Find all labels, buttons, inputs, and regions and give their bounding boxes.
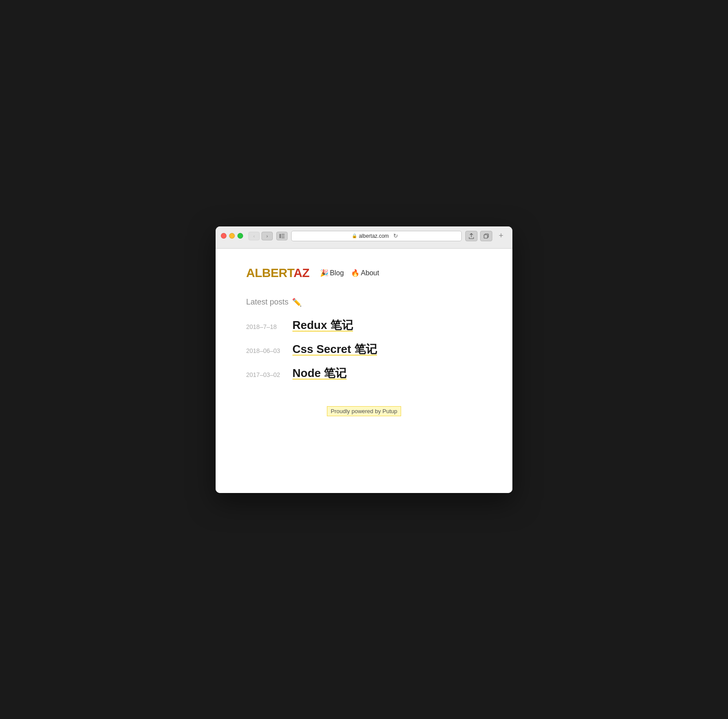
back-button[interactable]: ‹: [248, 232, 260, 240]
page-content: ALBERTAZ 🎉 Blog 🔥 About Latest posts ✏️ …: [216, 249, 512, 493]
address-bar[interactable]: 🔒 albertaz.com ↻: [291, 231, 462, 241]
logo-albert: ALBERT: [246, 266, 293, 280]
sidebar-button[interactable]: [276, 232, 288, 240]
share-button[interactable]: [465, 231, 477, 241]
section-title: Latest posts ✏️: [246, 298, 482, 307]
list-item: 2018–06–03 Css Secret 笔记: [246, 342, 482, 357]
post-date-2: 2018–06–03: [246, 347, 285, 354]
pencil-icon: ✏️: [292, 298, 302, 307]
url-text: albertaz.com: [359, 233, 389, 239]
site-header: ALBERTAZ 🎉 Blog 🔥 About: [246, 266, 482, 280]
post-title-3[interactable]: Node 笔记: [292, 366, 347, 381]
new-tab-button[interactable]: +: [495, 231, 507, 241]
nav-links: 🎉 Blog 🔥 About: [320, 269, 379, 277]
browser-actions: +: [465, 231, 507, 241]
list-item: 2017–03–02 Node 笔记: [246, 366, 482, 381]
footer: Proudly powered by Putup: [246, 407, 482, 415]
post-date-1: 2018–7–18: [246, 323, 285, 330]
svg-rect-0: [279, 234, 281, 238]
about-label: About: [361, 269, 379, 277]
posts-list: 2018–7–18 Redux 笔记 2018–06–03 Css Secret…: [246, 318, 482, 381]
duplicate-button[interactable]: [480, 231, 492, 241]
close-button[interactable]: [221, 233, 227, 239]
svg-rect-1: [282, 234, 285, 235]
blog-icon: 🎉: [320, 269, 329, 277]
browser-chrome: ‹ › 🔒 albertaz.com ↻: [216, 226, 512, 249]
forward-button[interactable]: ›: [261, 232, 273, 240]
post-title-2[interactable]: Css Secret 笔记: [292, 342, 377, 357]
minimize-button[interactable]: [229, 233, 235, 239]
site-logo[interactable]: ALBERTAZ: [246, 266, 309, 280]
fire-icon: 🔥: [351, 269, 360, 277]
svg-rect-4: [484, 235, 488, 238]
section-title-text: Latest posts: [246, 298, 288, 307]
browser-window: ‹ › 🔒 albertaz.com ↻: [216, 226, 512, 493]
svg-rect-2: [282, 236, 285, 236]
footer-link[interactable]: Proudly powered by Putup: [327, 406, 401, 416]
traffic-lights: [221, 233, 243, 239]
lock-icon: 🔒: [352, 233, 357, 238]
logo-az: AZ: [293, 266, 309, 280]
reload-button[interactable]: ↻: [391, 231, 401, 241]
post-date-3: 2017–03–02: [246, 371, 285, 378]
svg-rect-3: [282, 237, 285, 238]
blog-label: Blog: [330, 269, 344, 277]
nav-buttons: ‹ ›: [248, 232, 273, 240]
list-item: 2018–7–18 Redux 笔记: [246, 318, 482, 333]
fullscreen-button[interactable]: [237, 233, 243, 239]
nav-about[interactable]: 🔥 About: [351, 269, 379, 277]
post-title-1[interactable]: Redux 笔记: [292, 318, 353, 333]
nav-blog[interactable]: 🎉 Blog: [320, 269, 344, 277]
